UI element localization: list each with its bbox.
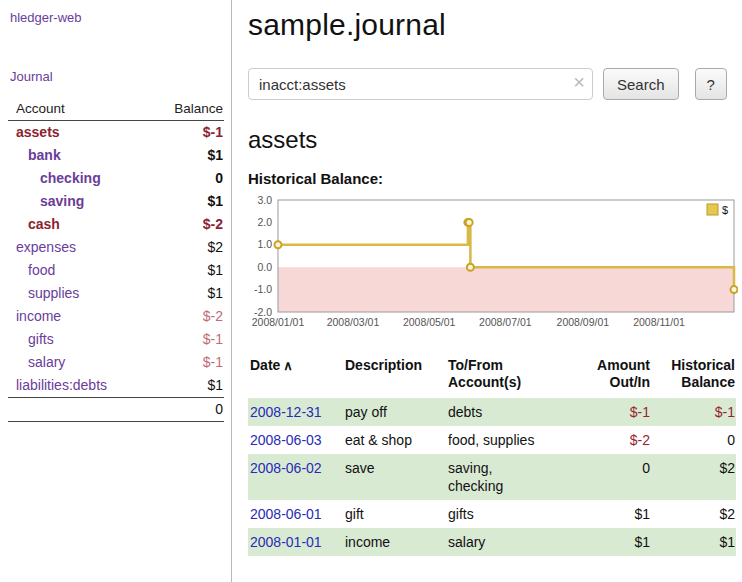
transaction-amount: 0	[576, 454, 651, 500]
account-balance: $1	[144, 259, 224, 282]
account-balance: $-2	[144, 213, 224, 236]
account-link-expenses[interactable]: expenses	[16, 239, 76, 255]
transaction-amount: $-2	[576, 426, 651, 454]
transaction-balance: $1	[651, 528, 736, 556]
accounts-header-account: Account	[8, 99, 144, 121]
account-row-saving: saving $1	[8, 190, 224, 213]
register-header-balance: Historical Balance	[651, 355, 736, 398]
svg-text:3.0: 3.0	[257, 195, 272, 206]
account-balance: $1	[144, 144, 224, 167]
transaction-description: gift	[343, 500, 446, 528]
transaction-description: save	[343, 454, 446, 500]
svg-text:2008/05/01: 2008/05/01	[403, 316, 456, 328]
chart-title: Historical Balance:	[248, 170, 742, 187]
account-balance: $1	[144, 374, 224, 398]
accounts-header-balance: Balance	[144, 99, 224, 121]
transaction-amount: $-1	[576, 398, 651, 426]
page-title: sample.journal	[248, 8, 742, 42]
register-row: 2008-06-02 save saving, checking 0 $2	[248, 454, 736, 500]
transaction-date-link[interactable]: 2008-06-01	[250, 506, 322, 522]
account-row-expenses: expenses $2	[8, 236, 224, 259]
transaction-balance: $2	[651, 454, 736, 500]
account-link-cash[interactable]: cash	[28, 216, 60, 232]
transaction-accounts: saving, checking	[446, 454, 576, 500]
account-row-food: food $1	[8, 259, 224, 282]
account-link-gifts[interactable]: gifts	[28, 331, 54, 347]
account-row-supplies: supplies $1	[8, 282, 224, 305]
svg-text:1.0: 1.0	[257, 238, 272, 250]
account-link-supplies[interactable]: supplies	[28, 285, 79, 301]
balance-chart: 3.02.01.00.0-1.0-2.02008/01/012008/03/01…	[248, 195, 742, 337]
transaction-balance: $-1	[651, 398, 736, 426]
transaction-date-link[interactable]: 2008-06-02	[250, 460, 322, 476]
account-balance: $-1	[144, 121, 224, 145]
accounts-total-row: 0	[8, 398, 224, 422]
help-button[interactable]: ?	[695, 68, 727, 100]
sidebar-item-journal[interactable]: Journal	[0, 25, 231, 84]
account-balance: 0	[144, 167, 224, 190]
transaction-balance: 0	[651, 426, 736, 454]
svg-text:2008/09/01: 2008/09/01	[557, 316, 610, 328]
register-header-date[interactable]: Date∧	[248, 355, 343, 398]
app-title-link[interactable]: hledger-web	[0, 0, 231, 25]
search-input-wrap: ×	[248, 68, 593, 100]
transaction-accounts: salary	[446, 528, 576, 556]
sidebar: hledger-web Journal Account Balance asse…	[0, 0, 232, 582]
transaction-description: eat & shop	[343, 426, 446, 454]
register-row: 2008-06-03 eat & shop food, supplies $-2…	[248, 426, 736, 454]
clear-search-icon[interactable]: ×	[573, 71, 585, 94]
account-link-food[interactable]: food	[28, 262, 55, 278]
accounts-header-row: Account Balance	[8, 99, 224, 121]
register-header-amount: Amount Out/In	[576, 355, 651, 398]
register-header-accounts: To/From Account(s)	[446, 355, 576, 398]
accounts-total-value: 0	[144, 398, 224, 422]
register-header-row: Date∧ Description To/From Account(s) Amo…	[248, 355, 736, 398]
account-link-income[interactable]: income	[16, 308, 61, 324]
transaction-date-link[interactable]: 2008-01-01	[250, 534, 322, 550]
transaction-accounts: food, supplies	[446, 426, 576, 454]
account-balance: $-2	[144, 305, 224, 328]
account-row-cash: cash $-2	[8, 213, 224, 236]
register-row: 2008-01-01 income salary $1 $1	[248, 528, 736, 556]
search-input[interactable]	[248, 68, 593, 100]
sort-asc-icon: ∧	[283, 358, 293, 373]
account-row-assets: assets $-1	[8, 121, 224, 145]
account-link-assets[interactable]: assets	[16, 124, 60, 140]
account-balance: $-1	[144, 351, 224, 374]
transaction-date-link[interactable]: 2008-06-03	[250, 432, 322, 448]
account-link-salary[interactable]: salary	[28, 354, 65, 370]
account-row-gifts: gifts $-1	[8, 328, 224, 351]
transaction-amount: $1	[576, 500, 651, 528]
transaction-balance: $2	[651, 500, 736, 528]
account-balance: $1	[144, 190, 224, 213]
transaction-description: income	[343, 528, 446, 556]
account-link-checking[interactable]: checking	[40, 170, 101, 186]
transaction-description: pay off	[343, 398, 446, 426]
account-row-income: income $-2	[8, 305, 224, 328]
register-header-description: Description	[343, 355, 446, 398]
svg-text:2008/07/01: 2008/07/01	[479, 316, 532, 328]
balance-chart-svg: 3.02.01.00.0-1.0-2.02008/01/012008/03/01…	[248, 195, 738, 333]
account-row-liabilities-debts: liabilities:debts $1	[8, 374, 224, 398]
account-link-bank[interactable]: bank	[28, 147, 61, 163]
svg-text:2.0: 2.0	[257, 216, 272, 228]
search-form: × Search ?	[248, 68, 742, 100]
svg-text:-1.0: -1.0	[254, 283, 272, 295]
svg-text:$: $	[722, 204, 728, 216]
svg-text:2008/11/01: 2008/11/01	[633, 316, 685, 328]
transaction-date-link[interactable]: 2008-12-31	[250, 404, 322, 420]
account-link-liabilities-debts[interactable]: liabilities:debts	[16, 377, 107, 393]
account-row-salary: salary $-1	[8, 351, 224, 374]
register-row: 2008-12-31 pay off debts $-1 $-1	[248, 398, 736, 426]
search-button[interactable]: Search	[603, 68, 679, 100]
svg-text:0.0: 0.0	[257, 261, 272, 273]
account-link-saving[interactable]: saving	[40, 193, 84, 209]
transaction-amount: $1	[576, 528, 651, 556]
account-heading: assets	[248, 126, 742, 154]
transaction-accounts: debts	[446, 398, 576, 426]
accounts-table: Account Balance assets $-1 bank $1 check…	[8, 99, 224, 422]
main-content: sample.journal × Search ? assets Histori…	[233, 0, 742, 582]
account-balance: $1	[144, 282, 224, 305]
register-table: Date∧ Description To/From Account(s) Amo…	[248, 355, 736, 556]
register-row: 2008-06-01 gift gifts $1 $2	[248, 500, 736, 528]
